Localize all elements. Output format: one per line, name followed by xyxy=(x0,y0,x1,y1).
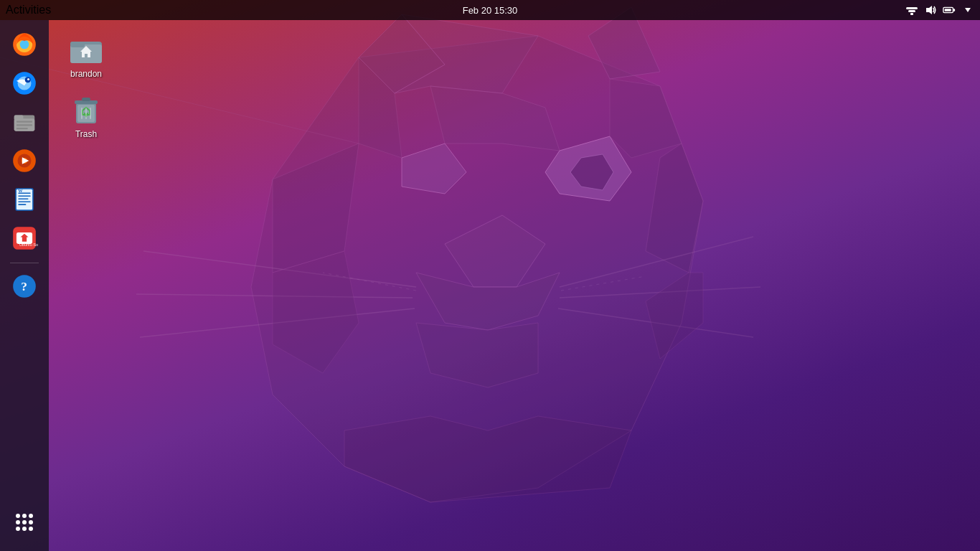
svg-rect-27 xyxy=(910,13,913,15)
svg-text:Ubuntu Software: Ubuntu Software xyxy=(19,242,38,247)
clock-display[interactable]: Feb 20 15:30 xyxy=(463,5,518,16)
svg-rect-46 xyxy=(17,124,32,126)
sidebar-item-files[interactable] xyxy=(7,105,42,139)
svg-rect-83 xyxy=(81,108,83,119)
svg-rect-56 xyxy=(18,198,28,199)
svg-rect-57 xyxy=(18,201,30,202)
svg-rect-85 xyxy=(90,108,91,119)
svg-point-68 xyxy=(29,514,33,518)
desktop-icons-area: brandon xyxy=(57,29,115,142)
show-apps-button[interactable] xyxy=(7,505,42,540)
svg-point-69 xyxy=(16,520,20,524)
wallpaper-cat xyxy=(0,0,980,551)
svg-point-73 xyxy=(22,527,27,531)
svg-rect-45 xyxy=(17,121,32,122)
svg-rect-28 xyxy=(908,10,915,12)
svg-marker-34 xyxy=(965,8,971,12)
svg-point-70 xyxy=(22,520,27,524)
system-menu-button[interactable] xyxy=(961,4,974,17)
dock-separator xyxy=(10,263,39,263)
sidebar-item-help[interactable]: ? xyxy=(7,269,42,303)
svg-text:W: W xyxy=(18,188,23,193)
svg-rect-47 xyxy=(17,128,28,129)
svg-marker-22 xyxy=(610,79,682,158)
desktop-icon-trash[interactable]: Trash xyxy=(57,89,115,142)
svg-point-74 xyxy=(29,527,33,531)
network-indicator[interactable] xyxy=(905,4,918,17)
sound-indicator[interactable] xyxy=(924,4,937,17)
svg-rect-82 xyxy=(82,98,90,101)
svg-rect-32 xyxy=(945,9,951,11)
topbar: Activities Feb 20 15:30 xyxy=(0,0,980,20)
svg-rect-77 xyxy=(70,42,85,47)
sidebar-item-thunderbird[interactable] xyxy=(7,66,42,100)
desktop-icon-brandon[interactable]: brandon xyxy=(57,29,115,82)
svg-point-37 xyxy=(20,40,29,50)
svg-point-41 xyxy=(27,78,29,80)
svg-marker-30 xyxy=(926,6,932,14)
activities-button[interactable]: Activities xyxy=(6,4,51,17)
sidebar-item-appstore[interactable]: Ubuntu Software xyxy=(7,221,42,255)
svg-line-19 xyxy=(0,57,359,143)
battery-indicator[interactable] xyxy=(943,4,956,17)
brandon-label: brandon xyxy=(70,69,102,79)
svg-rect-33 xyxy=(953,9,955,11)
sidebar-item-firefox[interactable] xyxy=(7,27,42,62)
svg-rect-55 xyxy=(18,195,30,197)
trash-icon xyxy=(69,92,103,126)
svg-point-72 xyxy=(16,527,20,531)
svg-rect-29 xyxy=(906,7,918,9)
svg-point-67 xyxy=(22,514,27,518)
sidebar-item-writer[interactable]: W xyxy=(7,182,42,217)
brandon-icon xyxy=(69,32,103,66)
svg-rect-44 xyxy=(14,116,24,120)
system-indicators xyxy=(905,4,974,17)
svg-rect-54 xyxy=(18,193,30,194)
sidebar-dock: W Ubuntu Software ? xyxy=(0,20,49,551)
desktop: Activities Feb 20 15:30 xyxy=(0,0,980,551)
trash-label: Trash xyxy=(75,129,97,139)
sidebar-item-rhythmbox[interactable] xyxy=(7,143,42,178)
svg-text:?: ? xyxy=(21,279,27,293)
svg-point-71 xyxy=(29,520,33,524)
svg-point-66 xyxy=(16,514,20,518)
svg-rect-58 xyxy=(18,204,26,205)
svg-rect-84 xyxy=(85,108,87,119)
